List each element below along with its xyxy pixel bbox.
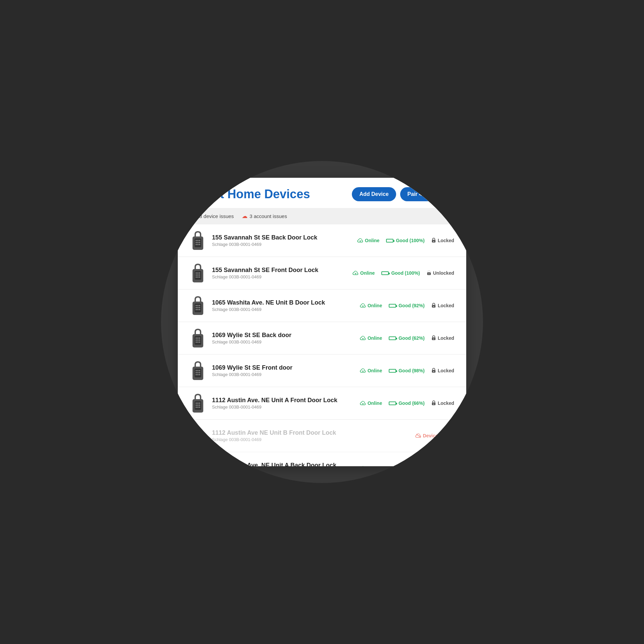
device-status-group: Online Good (92%) Locked: [360, 303, 454, 309]
lock-status: Locked: [431, 335, 454, 341]
device-row[interactable]: 1069 Wylie St SE Front doorSchlage 003B-…: [178, 355, 466, 387]
battery-label: Good (98%): [398, 368, 425, 373]
add-device-button[interactable]: Add Device: [352, 187, 396, 201]
device-row[interactable]: 1065 Washita Ave. NE Unit B Door LockSch…: [178, 289, 466, 322]
battery-status: Good (100%): [386, 238, 425, 243]
background-circle: Smart Home Devices Add Device Pair 47 De…: [161, 161, 483, 483]
svg-point-36: [197, 307, 199, 308]
online-label: Online: [365, 238, 380, 243]
svg-point-33: [197, 305, 199, 306]
svg-point-98: [196, 439, 197, 440]
device-issue-icon: ⊙: [190, 213, 195, 220]
issues-bar: ⊙ 53 device issues ☁ 3 account issues: [178, 208, 466, 224]
device-model: Schlage 003B-0001-0469: [212, 307, 354, 312]
device-name: 155 Savannah St SE Front Door Lock: [212, 267, 346, 274]
svg-point-68: [196, 374, 197, 375]
lock-status: Unlocked: [427, 270, 454, 276]
lock-icon: [431, 368, 436, 374]
lock-icon: [431, 465, 436, 467]
svg-point-53: [196, 341, 197, 343]
device-model: Schlage 003B-0001-0469: [212, 437, 409, 442]
device-name: 1065 Washita Ave. NE Unit B Door Lock: [212, 299, 354, 306]
lock-icon: [431, 303, 436, 309]
svg-point-35: [196, 307, 197, 308]
svg-point-69: [197, 374, 199, 375]
svg-point-74: [433, 371, 434, 372]
svg-point-48: [197, 337, 199, 339]
battery-icon: [381, 271, 389, 275]
svg-point-39: [197, 309, 199, 310]
svg-point-6: [197, 242, 199, 243]
device-info: 1069 Wylie St SE Back doorSchlage 003B-0…: [212, 332, 354, 344]
device-row[interactable]: 155 Savannah St SE Back Door LockSchlage…: [178, 224, 466, 257]
online-status: Online: [360, 335, 382, 341]
online-label: Online: [368, 303, 382, 308]
device-lock-icon: [190, 458, 206, 466]
online-status: Online: [357, 238, 380, 243]
svg-point-83: [196, 407, 197, 408]
device-lock-icon: [190, 392, 206, 414]
device-model: Schlage 003B-0001-0469: [212, 372, 354, 377]
lock-label: Locked: [438, 466, 454, 466]
device-name: 1112 Austin Ave. NE Unit A Front Door Lo…: [212, 397, 354, 404]
device-row[interactable]: 1112 Austin Ave NE Unit B Front Door Loc…: [178, 420, 466, 452]
device-issues-label: 53 device issues: [197, 213, 234, 219]
device-model: Schlage 003B-0001-0469: [212, 242, 351, 247]
svg-point-85: [199, 407, 200, 408]
svg-point-100: [199, 439, 200, 440]
main-card: Smart Home Devices Add Device Pair 47 De…: [178, 178, 466, 466]
battery-label: Good (100%): [391, 270, 420, 276]
device-lock-icon: [190, 360, 206, 381]
svg-point-14: [433, 241, 434, 242]
svg-point-17: [196, 272, 197, 274]
offline-label: Device Offline: [423, 433, 454, 438]
account-issue-icon: ☁: [242, 213, 248, 220]
device-row[interactable]: 1069 Wylie St SE Back doorSchlage 003B-0…: [178, 322, 466, 355]
battery-icon: [389, 369, 397, 373]
device-status-group: Online Good (98%) Locked: [360, 368, 454, 374]
device-info: 1069 Wylie St SE Front doorSchlage 003B-…: [212, 364, 354, 377]
device-info: 155 Savannah St SE Front Door LockSchlag…: [212, 267, 346, 279]
svg-point-4: [199, 240, 200, 241]
battery-status: Good (98%): [389, 368, 425, 373]
svg-point-66: [197, 372, 199, 373]
lock-status: Locked: [431, 465, 454, 467]
online-status: Online: [360, 368, 382, 373]
device-row[interactable]: 1112 Austin Ave. NE Unit A Back Door Loc…: [178, 452, 466, 466]
lock-label: Locked: [438, 335, 454, 341]
svg-point-51: [197, 339, 199, 341]
online-label: Online: [368, 368, 382, 373]
svg-point-2: [196, 240, 197, 241]
svg-point-49: [199, 337, 200, 339]
svg-point-21: [197, 274, 199, 276]
lock-label: Locked: [438, 368, 454, 373]
svg-point-40: [199, 309, 200, 310]
device-model: Schlage 003B-0001-0469: [212, 405, 354, 410]
svg-point-37: [199, 307, 200, 308]
svg-point-7: [199, 242, 200, 243]
online-status: Online: [360, 303, 382, 308]
svg-point-99: [197, 439, 199, 440]
svg-point-63: [197, 370, 199, 371]
lock-icon: [431, 237, 436, 244]
svg-point-65: [196, 372, 197, 373]
svg-point-54: [197, 341, 199, 343]
battery-label: Good (66%): [398, 400, 425, 406]
card-header: Smart Home Devices Add Device Pair 47 De…: [178, 178, 466, 208]
svg-point-96: [197, 437, 199, 438]
svg-point-19: [199, 272, 200, 274]
svg-point-84: [197, 407, 199, 408]
online-label: Online: [368, 400, 382, 406]
device-lock-icon: [190, 295, 206, 316]
svg-point-81: [197, 405, 199, 406]
battery-status: Good (97%): [389, 466, 425, 466]
device-row[interactable]: 1112 Austin Ave. NE Unit A Front Door Lo…: [178, 387, 466, 420]
lock-status: Locked: [431, 368, 454, 374]
device-row[interactable]: 155 Savannah St SE Front Door LockSchlag…: [178, 257, 466, 289]
battery-label: Good (62%): [398, 335, 425, 341]
svg-point-92: [196, 435, 197, 436]
pair-devices-button[interactable]: Pair 47 Devices: [400, 187, 454, 201]
svg-point-64: [199, 370, 200, 371]
online-status: Online: [360, 400, 382, 406]
lock-label: Locked: [438, 400, 454, 406]
